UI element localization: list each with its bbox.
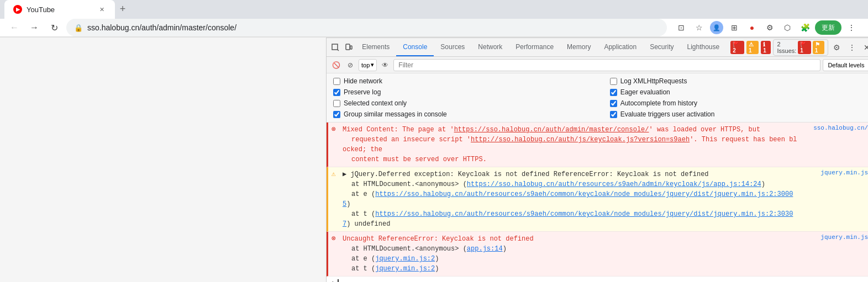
menu-button[interactable]: ⋮	[844, 20, 859, 35]
update-button[interactable]: 更新	[815, 20, 841, 35]
devtools-panel: Elements Console Sources Network Perform…	[326, 38, 868, 282]
svg-rect-2	[346, 44, 350, 50]
tab-favicon: ▶	[13, 5, 22, 14]
issues-button[interactable]: 2 Issues: 🚩 1 ⚑ 1	[773, 39, 828, 56]
svg-rect-3	[350, 46, 352, 49]
reload-button[interactable]: ↻	[46, 20, 62, 35]
main-content: Elements Console Sources Network Perform…	[0, 38, 868, 282]
devtools-toolbar: Elements Console Sources Network Perform…	[327, 38, 868, 57]
devtools-tabs: Elements Console Sources Network Perform…	[355, 38, 726, 56]
inspect-element-button[interactable]	[329, 40, 342, 55]
bookmark-icon[interactable]: ☆	[691, 20, 707, 35]
eager-eval-checkbox[interactable]	[610, 89, 617, 96]
option-autocomplete[interactable]: Autocomplete from history	[603, 98, 868, 109]
tab-close-button[interactable]: ✕	[97, 5, 106, 14]
eval-triggers-checkbox[interactable]	[610, 111, 617, 118]
jquery-warning-text: ▶ jQuery.Deferred exception: Keycloak is…	[339, 167, 802, 231]
grid-icon[interactable]: ⊞	[727, 20, 742, 35]
selected-ctx-checkbox[interactable]	[333, 100, 340, 107]
option-eager-eval[interactable]: Eager evaluation	[603, 87, 868, 98]
devtools-right-actions: 🚩 2 ⚠ 1 ℹ 1 2 Issues: 🚩 1 ⚑ 1 ⚙ ⋮ ✕	[726, 39, 868, 56]
tab-bar: ▶ YouTube ✕ +	[0, 0, 868, 19]
warning-icon-1: ⚠	[328, 167, 339, 231]
profile-icon[interactable]: 👤	[709, 20, 724, 35]
issues-yellow-badge: ⚑ 1	[813, 41, 824, 54]
console-options-panel: Hide network Log XMLHttpRequests Preserv…	[327, 73, 868, 123]
log-level-select[interactable]: Default levels	[823, 59, 868, 71]
uncaught-error-link-2[interactable]: jquery.min.js:2	[375, 255, 435, 263]
option-preserve-log[interactable]: Preserve log	[327, 87, 603, 98]
group-similar-checkbox[interactable]	[333, 111, 340, 118]
console-entry-jquery-warning: ⚠ ▶ jQuery.Deferred exception: Keycloak …	[327, 167, 868, 232]
console-entry-uncaught-error: ⊗ Uncaught ReferenceError: Keycloak is n…	[327, 232, 868, 276]
tab-elements[interactable]: Elements	[355, 38, 396, 56]
console-output: ⊗ Mixed Content: The page at 'https://ss…	[327, 123, 868, 282]
log-xml-checkbox[interactable]	[610, 78, 617, 85]
autocomplete-checkbox[interactable]	[610, 100, 617, 107]
console-entry-mixed-content: ⊗ Mixed Content: The page at 'https://ss…	[327, 123, 868, 167]
context-selector[interactable]: top ▾	[359, 59, 377, 71]
url-bar[interactable]: 🔒 sso.halobug.cn/auth/admin/master/conso…	[66, 19, 667, 36]
option-hide-network[interactable]: Hide network	[327, 76, 603, 87]
tab-network[interactable]: Network	[471, 38, 509, 56]
console-prompt-area: ›	[327, 276, 868, 282]
error-icon-1: ⊗	[328, 123, 339, 167]
device-toolbar-button[interactable]	[342, 40, 355, 55]
extension-icon-3[interactable]: ⬡	[780, 20, 795, 35]
mixed-content-link-2[interactable]: http://sso.halobug.cn/auth/js/keycloak.j…	[471, 136, 690, 143]
extension-icon-2[interactable]: ⚙	[762, 20, 777, 35]
devtools-more-button[interactable]: ⋮	[845, 40, 858, 55]
hide-network-checkbox[interactable]	[333, 78, 340, 85]
profile-avatar: 👤	[710, 21, 723, 34]
issues-red-badge: 🚩 1	[798, 41, 811, 54]
extensions-button[interactable]: 🧩	[797, 20, 813, 35]
preserve-log-checkbox[interactable]	[333, 89, 340, 96]
tab-security[interactable]: Security	[643, 38, 680, 56]
extension-icon-1[interactable]: ●	[744, 20, 760, 35]
back-button[interactable]: ←	[7, 20, 22, 35]
tab-title: YouTube	[27, 6, 93, 14]
tab-application[interactable]: Application	[597, 38, 643, 56]
new-tab-button[interactable]: +	[115, 1, 130, 17]
page-content	[0, 38, 326, 282]
uncaught-error-link-1[interactable]: app.js:14	[467, 245, 503, 253]
eye-icon[interactable]: 👁	[379, 59, 391, 71]
mixed-content-link-1[interactable]: https://sso.halobug.cn/auth/admin/master…	[454, 126, 649, 134]
url-text: sso.halobug.cn/auth/admin/master/console…	[87, 23, 659, 32]
tab-performance[interactable]: Performance	[509, 38, 560, 56]
jquery-warning-source[interactable]: jquery.min.js:2	[802, 167, 868, 231]
browser-tab[interactable]: ▶ YouTube ✕	[4, 0, 115, 19]
option-eval-triggers[interactable]: Evaluate triggers user activation	[603, 109, 868, 120]
jquery-warning-link-1[interactable]: https://sso.halobug.cn/auth/resources/s9…	[467, 180, 761, 188]
forward-button[interactable]: →	[27, 20, 42, 35]
warning-badge: ⚠ 1	[746, 41, 759, 54]
uncaught-error-source[interactable]: jquery.min.js:2	[802, 232, 868, 276]
jquery-warning-link-3[interactable]: https://sso.halobug.cn/auth/resources/s9…	[343, 210, 793, 228]
devtools-close-button[interactable]: ✕	[860, 40, 868, 55]
option-log-xml[interactable]: Log XMLHttpRequests	[603, 76, 868, 87]
filter-toggle-button[interactable]: ⊘	[344, 59, 356, 71]
mixed-content-source[interactable]: sso.halobug.cn/:1	[802, 123, 868, 167]
console-filter-input[interactable]	[393, 59, 820, 71]
devtools-settings-button[interactable]: ⚙	[830, 40, 843, 55]
tab-lighthouse[interactable]: Lighthouse	[680, 38, 726, 56]
prompt-chevron: ›	[331, 279, 335, 282]
error-icon-2: ⊗	[328, 232, 339, 276]
cast-icon[interactable]: ⊡	[674, 20, 689, 35]
address-bar: ← → ↻ 🔒 sso.halobug.cn/auth/admin/master…	[0, 19, 868, 37]
browser-window: ▶ YouTube ✕ + ← → ↻ 🔒 sso.halobug.cn/aut…	[0, 0, 868, 282]
clear-console-button[interactable]: 🚫	[330, 59, 342, 71]
context-chevron-icon: ▾	[371, 61, 374, 68]
uncaught-error-link-3[interactable]: jquery.min.js:2	[375, 265, 435, 273]
error-badge: 🚩 2	[730, 41, 744, 54]
browser-action-buttons: ⊡ ☆ 👤 ⊞ ● ⚙ ⬡ 🧩 更新 ⋮	[671, 20, 861, 35]
option-selected-ctx[interactable]: Selected context only	[327, 98, 603, 109]
console-second-toolbar: 🚫 ⊘ top ▾ 👁 Default levels	[327, 57, 868, 73]
tab-memory[interactable]: Memory	[560, 38, 597, 56]
option-group-similar[interactable]: Group similar messages in console	[327, 109, 603, 120]
svg-line-1	[338, 50, 339, 51]
tab-sources[interactable]: Sources	[434, 38, 471, 56]
tab-console[interactable]: Console	[396, 38, 434, 56]
prompt-cursor[interactable]	[338, 279, 339, 283]
jquery-warning-link-2[interactable]: https://sso.halobug.cn/auth/resources/s9…	[343, 190, 793, 208]
